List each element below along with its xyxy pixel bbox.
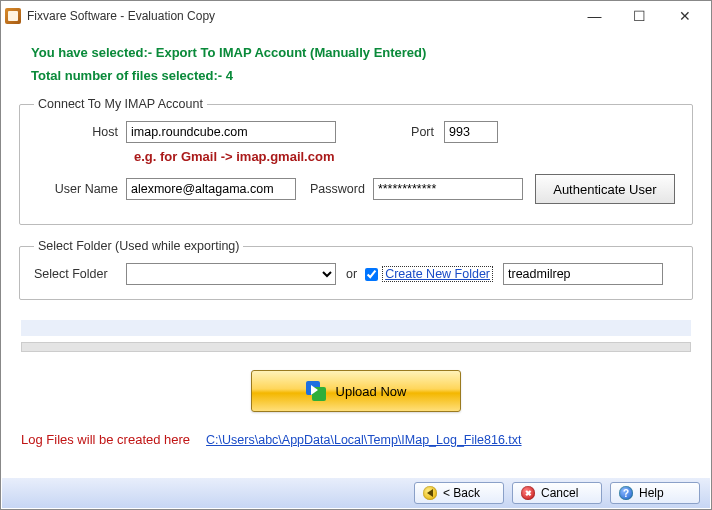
select-folder-combo[interactable] <box>126 263 336 285</box>
password-input[interactable] <box>373 178 523 200</box>
host-hint: e.g. for Gmail -> imap.gmail.com <box>134 149 678 164</box>
status-area <box>21 320 691 336</box>
upload-icon <box>306 381 326 401</box>
maximize-button[interactable]: ☐ <box>617 2 662 30</box>
back-icon <box>423 486 437 500</box>
close-button[interactable]: ✕ <box>662 2 707 30</box>
authenticate-button[interactable]: Authenticate User <box>535 174 675 204</box>
port-label: Port <box>338 125 434 139</box>
host-label: Host <box>34 125 118 139</box>
help-button[interactable]: Help <box>610 482 700 504</box>
username-input[interactable] <box>126 178 296 200</box>
minimize-button[interactable]: — <box>572 2 617 30</box>
imap-legend: Connect To My IMAP Account <box>34 97 207 111</box>
app-window: Fixvare Software - Evaluation Copy — ☐ ✕… <box>0 0 712 510</box>
host-input[interactable] <box>126 121 336 143</box>
back-button[interactable]: < Back <box>414 482 504 504</box>
folder-fieldset: Select Folder (Used while exporting) Sel… <box>19 239 693 300</box>
password-label: Password <box>310 182 365 196</box>
upload-now-button[interactable]: Upload Now <box>251 370 461 412</box>
or-label: or <box>346 267 357 281</box>
folder-legend: Select Folder (Used while exporting) <box>34 239 243 253</box>
create-folder-label[interactable]: Create New Folder <box>382 266 493 282</box>
app-icon <box>5 8 21 24</box>
create-folder-checkbox[interactable] <box>365 268 378 281</box>
log-label: Log Files will be created here <box>21 432 190 447</box>
footer-bar: < Back Cancel Help <box>2 478 710 508</box>
select-folder-label: Select Folder <box>34 267 126 281</box>
cancel-label: Cancel <box>541 486 578 500</box>
help-icon <box>619 486 633 500</box>
imap-fieldset: Connect To My IMAP Account Host Port e.g… <box>19 97 693 225</box>
back-label: < Back <box>443 486 480 500</box>
titlebar: Fixvare Software - Evaluation Copy — ☐ ✕ <box>1 1 711 31</box>
progress-bar <box>21 342 691 352</box>
help-label: Help <box>639 486 664 500</box>
log-path-link[interactable]: C:\Users\abc\AppData\Local\Temp\IMap_Log… <box>206 433 521 447</box>
file-count-info: Total number of files selected:- 4 <box>31 68 693 83</box>
port-input[interactable] <box>444 121 498 143</box>
username-label: User Name <box>34 182 118 196</box>
selection-info: You have selected:- Export To IMAP Accou… <box>31 45 693 60</box>
cancel-icon <box>521 486 535 500</box>
upload-label: Upload Now <box>336 384 407 399</box>
new-folder-input[interactable] <box>503 263 663 285</box>
window-title: Fixvare Software - Evaluation Copy <box>27 9 572 23</box>
cancel-button[interactable]: Cancel <box>512 482 602 504</box>
